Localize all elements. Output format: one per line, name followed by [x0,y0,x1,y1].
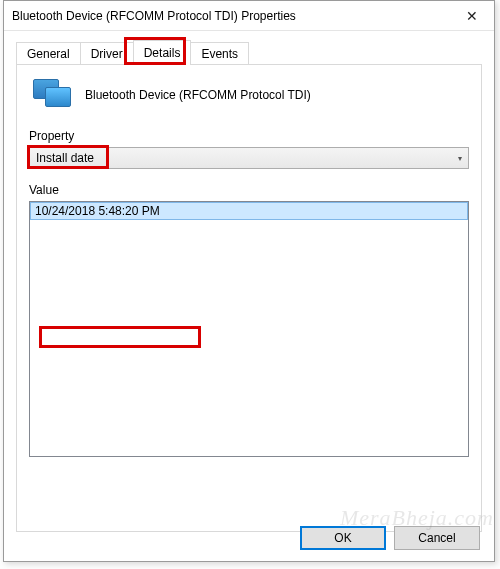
value-item[interactable]: 10/24/2018 5:48:20 PM [30,202,468,220]
device-icon [33,79,73,111]
tab-driver-label: Driver [91,47,123,61]
tab-general[interactable]: General [16,42,81,64]
tab-events[interactable]: Events [190,42,249,64]
tab-details[interactable]: Details [133,40,192,65]
dialog-buttons: OK Cancel [300,526,480,550]
chevron-down-icon: ▾ [458,154,462,163]
property-label: Property [29,129,469,143]
value-listbox[interactable]: 10/24/2018 5:48:20 PM [29,201,469,457]
property-selected: Install date [36,151,94,165]
tab-events-label: Events [201,47,238,61]
close-button[interactable]: ✕ [450,1,494,30]
titlebar: Bluetooth Device (RFCOMM Protocol TDI) P… [4,1,494,31]
value-label: Value [29,183,469,197]
properties-window: Bluetooth Device (RFCOMM Protocol TDI) P… [3,0,495,562]
tab-driver[interactable]: Driver [80,42,134,64]
cancel-button-label: Cancel [418,531,455,545]
tab-details-label: Details [144,46,181,60]
ok-button[interactable]: OK [300,526,386,550]
tab-panel: Bluetooth Device (RFCOMM Protocol TDI) P… [16,64,482,532]
tabstrip: General Driver Details Events [16,41,482,64]
tab-general-label: General [27,47,70,61]
device-name: Bluetooth Device (RFCOMM Protocol TDI) [85,88,311,102]
property-dropdown[interactable]: Install date ▾ [29,147,469,169]
window-title: Bluetooth Device (RFCOMM Protocol TDI) P… [12,9,296,23]
device-header: Bluetooth Device (RFCOMM Protocol TDI) [29,79,469,111]
cancel-button[interactable]: Cancel [394,526,480,550]
value-item-text: 10/24/2018 5:48:20 PM [35,204,160,218]
ok-button-label: OK [334,531,351,545]
close-icon: ✕ [466,8,478,24]
